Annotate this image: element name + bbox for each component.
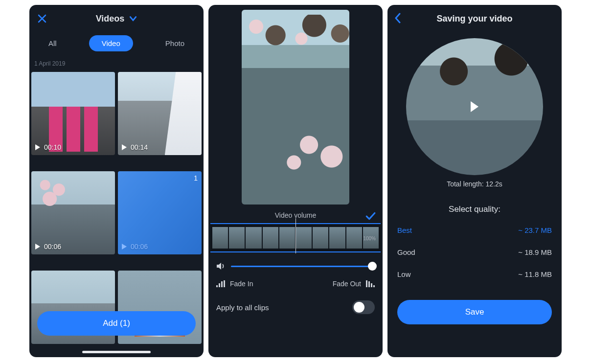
- quality-option-best[interactable]: Best ~ 23.7 MB: [387, 219, 562, 241]
- filter-tabs: All Video Photo: [29, 35, 204, 51]
- fade-in-icon: [216, 280, 225, 287]
- video-thumbnail[interactable]: 00:10: [31, 72, 115, 155]
- apply-all-row: Apply to all clips: [208, 294, 383, 321]
- play-icon: [35, 244, 40, 250]
- fade-out-label[interactable]: Fade Out: [333, 280, 361, 288]
- video-preview[interactable]: [242, 10, 349, 205]
- header-title[interactable]: Videos: [96, 14, 125, 24]
- quality-option-low[interactable]: Low ~ 11.8 MB: [387, 263, 562, 285]
- fade-row: Fade In Fade Out: [208, 274, 383, 294]
- slider-thumb[interactable]: [368, 262, 377, 271]
- play-icon: [35, 144, 40, 150]
- quality-option-good[interactable]: Good ~ 18.9 MB: [387, 241, 562, 263]
- chevron-down-icon[interactable]: [129, 15, 137, 23]
- duration-label: 00:14: [131, 143, 148, 151]
- confirm-check-icon[interactable]: [365, 210, 376, 221]
- duration-label: 00:06: [44, 243, 61, 250]
- back-icon[interactable]: [394, 13, 401, 23]
- apply-all-label: Apply to all clips: [216, 303, 269, 312]
- tab-video[interactable]: Video: [89, 35, 133, 51]
- timeline[interactable]: [210, 223, 381, 252]
- header: Videos: [29, 5, 204, 32]
- fade-in-label[interactable]: Fade In: [230, 280, 253, 288]
- header-title: Saving your video: [436, 14, 512, 24]
- add-button[interactable]: Add (1): [37, 311, 196, 336]
- tab-photo[interactable]: Photo: [153, 35, 197, 51]
- playhead[interactable]: [296, 218, 296, 253]
- screen-library: Videos All Video Photo 1 April 2019 00:1…: [29, 5, 204, 357]
- header: Saving your video: [387, 5, 562, 32]
- duration-label: 00:06: [131, 243, 148, 250]
- fade-out-icon: [366, 280, 375, 287]
- volume-slider[interactable]: [231, 266, 376, 267]
- select-quality-title: Select quality:: [387, 205, 562, 214]
- screen-save: Saving your video Total length: 12.2s Se…: [387, 5, 562, 357]
- home-indicator[interactable]: [82, 351, 151, 353]
- volume-icon: [215, 261, 225, 271]
- video-thumbnail[interactable]: 00:14: [118, 72, 202, 155]
- volume-percent-label: 100%: [363, 236, 376, 241]
- play-icon: [122, 244, 127, 250]
- save-button[interactable]: Save: [397, 300, 552, 324]
- close-icon[interactable]: [37, 14, 47, 23]
- screen-volume-editor: Video volume 100% Fade In Fade O: [208, 5, 383, 357]
- video-thumbnail-selected[interactable]: 1 00:06: [118, 171, 202, 254]
- duration-label: 00:10: [44, 143, 61, 151]
- volume-row: [215, 261, 376, 271]
- video-thumbnail[interactable]: 00:06: [31, 171, 115, 254]
- selection-badge: 1: [194, 174, 198, 182]
- apply-all-toggle[interactable]: [352, 300, 375, 314]
- date-section-header: 1 April 2019: [29, 58, 204, 72]
- tab-all[interactable]: All: [36, 35, 69, 51]
- total-length: Total length: 12.2s: [387, 180, 562, 188]
- play-icon: [471, 101, 478, 112]
- video-preview-circle[interactable]: [406, 38, 543, 175]
- play-icon: [122, 144, 127, 150]
